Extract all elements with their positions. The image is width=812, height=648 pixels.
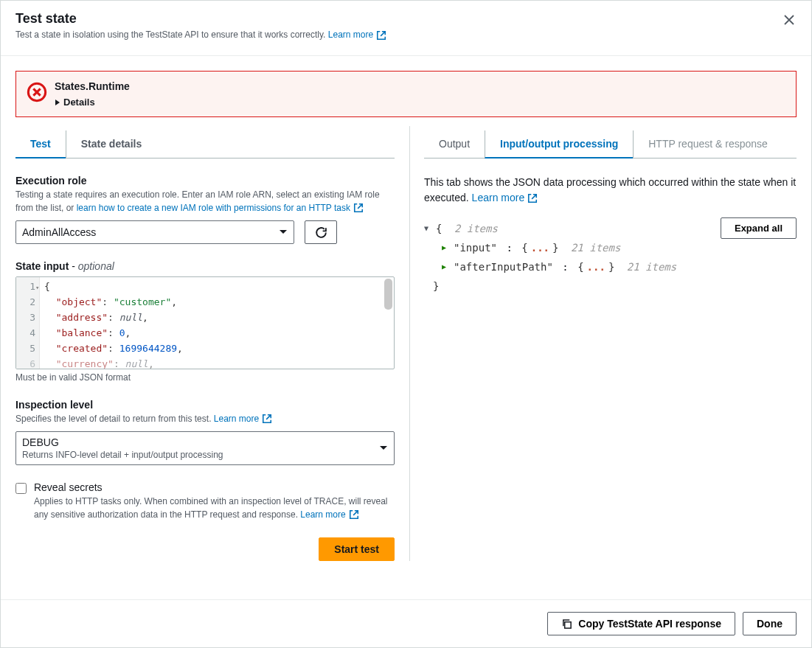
caret-right-icon[interactable]: ▶ [442, 238, 451, 257]
inspection-level-select[interactable]: DEBUG Returns INFO-level detail + input/… [15, 431, 395, 465]
caret-down-icon [379, 445, 388, 451]
tree-node-after-input-path[interactable]: ▶ "afterInputPath" : {...} 21 items [424, 257, 797, 276]
right-tabs: Output Input/output processing HTTP requ… [424, 130, 797, 158]
caret-right-icon[interactable]: ▶ [442, 257, 451, 276]
refresh-roles-button[interactable] [305, 220, 337, 244]
execution-role-select[interactable]: AdminAllAccess [15, 220, 294, 244]
external-link-icon [376, 30, 386, 41]
error-title: States.Runtime [55, 80, 130, 92]
execution-role-label: Execution role [15, 175, 395, 187]
tree-close-brace: } [424, 276, 797, 296]
close-button[interactable] [780, 11, 798, 29]
editor-scrollbar[interactable] [384, 279, 392, 367]
caret-down-icon[interactable]: ▼ [424, 219, 433, 238]
start-test-button[interactable]: Start test [319, 537, 395, 561]
left-tabs: Test State details [15, 130, 395, 158]
refresh-icon [315, 226, 327, 239]
caret-right-icon [55, 99, 60, 106]
external-link-icon [349, 509, 359, 520]
modal-title: Test state [15, 11, 797, 27]
copy-icon [561, 619, 572, 630]
modal-content: States.Runtime Details Test State detail… [1, 56, 811, 599]
state-input-helper: Must be in valid JSON format [15, 372, 395, 383]
expand-all-button[interactable]: Expand all [721, 217, 797, 239]
io-tab-description: This tab shows the JSON data processing … [424, 175, 797, 206]
left-panel: Test State details Execution role Testin… [15, 130, 395, 561]
close-icon [783, 14, 795, 26]
tree-node-input[interactable]: ▶ "input" : {...} 21 items [424, 238, 797, 257]
editor-body[interactable]: { "object": "customer", "address": null,… [40, 277, 394, 369]
editor-gutter: 1▾ 2 3 4 5 6 [16, 277, 40, 369]
tab-test[interactable]: Test [15, 130, 66, 158]
execution-role-help: Testing a state requires an execution ro… [15, 188, 395, 215]
reveal-secrets-help: Applies to HTTP tasks only. When combine… [34, 495, 395, 521]
tab-http: HTTP request & response [633, 130, 782, 158]
tab-output[interactable]: Output [424, 130, 485, 158]
modal-footer: Copy TestState API response Done [1, 599, 811, 647]
reveal-secrets-label: Reveal secrets [34, 481, 395, 493]
copy-response-button[interactable]: Copy TestState API response [547, 612, 735, 635]
state-input-label: State input - optional [15, 260, 395, 272]
tab-state-details[interactable]: State details [66, 130, 156, 158]
reveal-secrets-checkbox[interactable] [15, 483, 27, 494]
learn-more-link[interactable]: Learn more [328, 28, 386, 42]
done-button[interactable]: Done [743, 612, 797, 635]
external-link-icon [527, 193, 538, 203]
external-link-icon [262, 414, 272, 424]
error-alert: States.Runtime Details [15, 71, 797, 117]
inspection-level-label: Inspection level [15, 399, 395, 411]
modal-subtitle: Test a state in isolation using the Test… [15, 28, 797, 42]
right-panel: Output Input/output processing HTTP requ… [424, 130, 797, 561]
modal-header: Test state Test a state in isolation usi… [1, 1, 811, 56]
state-input-editor[interactable]: 1▾ 2 3 4 5 6 { "object": "customer", "ad… [15, 276, 395, 369]
reveal-learn-more-link[interactable]: Learn more [300, 508, 358, 521]
inspection-level-help: Specifies the level of detail to return … [15, 412, 395, 425]
inspection-learn-more-link[interactable]: Learn more [214, 412, 272, 425]
caret-down-icon [279, 229, 288, 235]
iam-role-link[interactable]: learn how to create a new IAM role with … [77, 201, 364, 215]
test-state-modal: Test state Test a state in isolation usi… [0, 0, 812, 648]
tab-io-processing[interactable]: Input/output processing [485, 130, 633, 158]
external-link-icon [353, 203, 364, 213]
svg-rect-1 [565, 621, 571, 627]
error-details-toggle[interactable]: Details [55, 97, 130, 108]
error-icon [27, 82, 47, 102]
reveal-secrets-row: Reveal secrets Applies to HTTP tasks onl… [15, 481, 395, 521]
io-learn-more-link[interactable]: Learn more [472, 190, 538, 206]
